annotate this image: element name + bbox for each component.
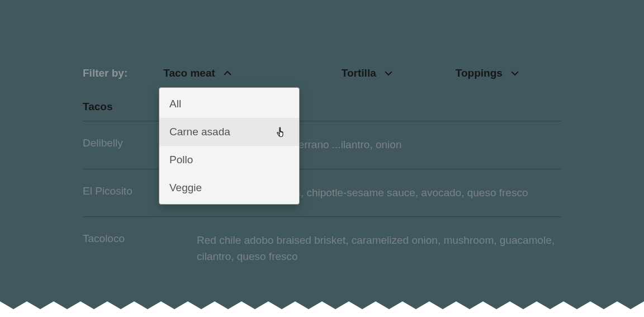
chevron-down-icon [384, 69, 393, 78]
dropdown-option-veggie[interactable]: Veggie [159, 174, 299, 202]
filter-taco-meat[interactable]: Taco meat [163, 67, 232, 79]
section-title: Tacos [83, 101, 561, 113]
filter-toppings-label: Toppings [456, 67, 503, 79]
chevron-up-icon [223, 69, 232, 78]
filter-bar: Filter by: Taco meat Tortilla Toppings [83, 67, 561, 79]
dropdown-option-carne-asada[interactable]: Carne asada [159, 118, 299, 146]
filter-toppings[interactable]: Toppings [456, 67, 519, 79]
table-row: El Picosito Grilled beef tenderloin, chi… [83, 169, 561, 217]
filter-tortilla[interactable]: Tortilla [342, 67, 393, 79]
dropdown-option-all[interactable]: All [159, 90, 299, 118]
chevron-down-icon [510, 69, 519, 78]
filter-label: Filter by: [83, 67, 127, 79]
cursor-pointer-icon [276, 126, 287, 138]
dropdown-option-pollo[interactable]: Pollo [159, 146, 299, 174]
filter-dropdown: All Carne asada Pollo Veggie [159, 87, 300, 205]
zigzag-decoration [0, 301, 644, 317]
filter-taco-meat-label: Taco meat [163, 67, 215, 79]
table-row: Tacoloco Red chile adobo braised brisket… [83, 216, 561, 270]
taco-name: Tacoloco [83, 233, 197, 264]
dropdown-option-label: Carne asada [169, 126, 230, 138]
taco-desc: Red chile adobo braised brisket, caramel… [197, 233, 561, 264]
filter-tortilla-label: Tortilla [342, 67, 376, 79]
table-row: Delibelly ...w Honey tomatillo-serrano .… [83, 121, 561, 169]
